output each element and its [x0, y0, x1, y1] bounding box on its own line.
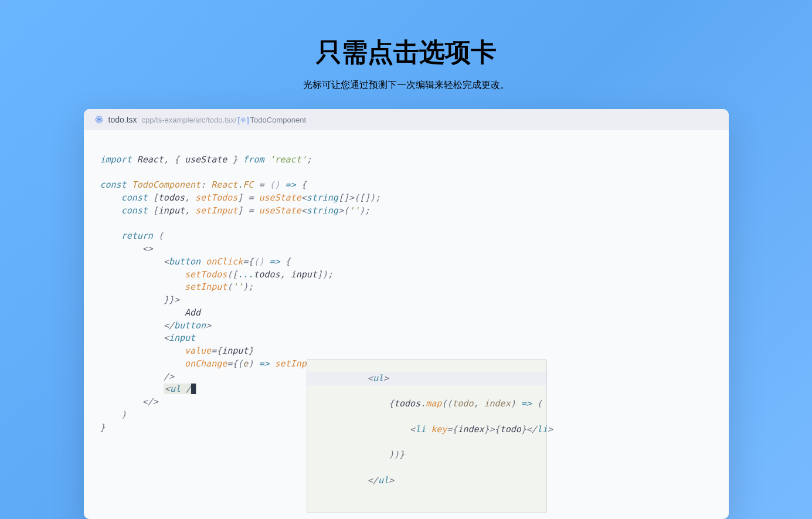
- breadcrumb-symbol-icon: [⚛]: [237, 116, 249, 124]
- hero-subheadline: 光标可让您通过预测下一次编辑来轻松完成更改。: [303, 79, 509, 91]
- tab-filename[interactable]: todo.tsx: [108, 115, 137, 124]
- autocomplete-suggestion[interactable]: <ul> {todos.map((todo, index) => ( <li k…: [307, 359, 547, 513]
- hero-headline: 只需点击选项卡: [316, 35, 497, 70]
- editor-window: todo.tsx cpp/ts-example/src/todo.tsx/[⚛]…: [84, 109, 729, 519]
- breadcrumb-path: cpp/ts-example/src/todo.tsx/: [142, 116, 237, 124]
- code-editor[interactable]: import React, { useState } from 'react';…: [84, 130, 729, 519]
- cursor-position: [191, 384, 196, 394]
- tab-bar: todo.tsx cpp/ts-example/src/todo.tsx/[⚛]…: [84, 109, 729, 130]
- svg-point-0: [98, 119, 100, 121]
- tab-breadcrumb[interactable]: cpp/ts-example/src/todo.tsx/[⚛]TodoCompo…: [142, 116, 306, 124]
- breadcrumb-component: TodoComponent: [250, 116, 306, 124]
- react-icon: [94, 115, 104, 124]
